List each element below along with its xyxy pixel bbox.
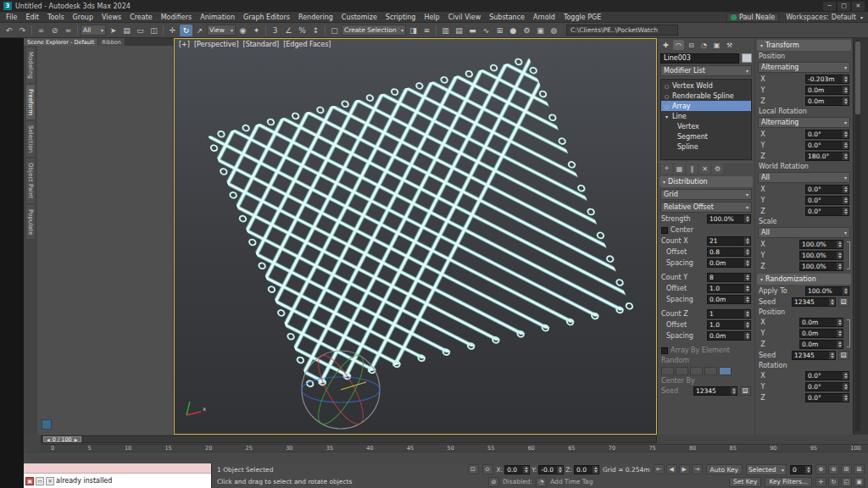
spinner-up-icon[interactable] <box>844 76 848 79</box>
spinner-up-icon[interactable] <box>732 388 736 391</box>
spinner-down-icon[interactable] <box>746 263 749 266</box>
spinner[interactable] <box>744 248 750 256</box>
count-x-count-x-field[interactable]: 21 <box>707 236 751 246</box>
spinner[interactable] <box>837 319 843 326</box>
menu-file[interactable]: File <box>2 12 21 22</box>
select-and-scale-icon[interactable]: ↗ <box>193 25 206 36</box>
auto-key-button[interactable]: Auto Key <box>706 464 743 474</box>
spinner[interactable] <box>843 186 849 193</box>
spinner[interactable] <box>744 215 750 223</box>
close-button[interactable]: ✕ <box>852 2 865 11</box>
spinner-down-icon[interactable] <box>844 376 848 379</box>
strength-field[interactable]: 100.0% <box>707 214 751 224</box>
spinner[interactable] <box>829 352 835 359</box>
randomization-rotation-y-field[interactable]: 0.0° <box>805 382 849 391</box>
dock-corner-icon[interactable] <box>42 419 52 430</box>
selection-set-dropdown[interactable]: Selected ▾ <box>746 464 787 475</box>
spinner-up-icon[interactable] <box>838 263 842 266</box>
next-frame-arrow-icon[interactable]: ▶ <box>75 437 78 442</box>
scale-x-field[interactable]: 100.0% <box>799 240 843 249</box>
redo-icon[interactable]: ↷ <box>16 25 29 36</box>
spinner-down-icon[interactable] <box>838 334 842 336</box>
stack-item-segment[interactable]: Segment <box>661 131 751 141</box>
random-option-button[interactable] <box>661 367 674 375</box>
time-tag-icon[interactable]: ◔ <box>536 477 547 487</box>
display-tab[interactable]: ▣ <box>711 40 722 50</box>
spinner[interactable] <box>523 466 529 474</box>
frame-tick[interactable]: 35 <box>326 445 333 452</box>
listener-output-pane[interactable]: ▣ ▭ ✕ already installed <box>24 474 211 488</box>
play-button[interactable]: ▶ <box>679 464 690 474</box>
world-rotation-mode-dropdown[interactable]: All▾ <box>758 172 850 183</box>
spinner[interactable] <box>744 274 750 281</box>
spinner-up-icon[interactable] <box>559 467 562 469</box>
toggle-scene-explorer-icon[interactable]: ▥ <box>439 25 452 36</box>
spinner-up-icon[interactable] <box>838 252 842 255</box>
select-and-link-icon[interactable]: ∞ <box>35 25 47 36</box>
configure-modifier-sets-icon[interactable]: ⚙ <box>712 164 723 174</box>
ribbon-tab-object-paint[interactable]: Object Paint <box>26 158 35 202</box>
spinner-up-icon[interactable] <box>838 330 842 333</box>
spinner-down-icon[interactable] <box>831 356 834 358</box>
select-by-name-icon[interactable]: ▤ <box>120 25 133 36</box>
render-icon[interactable]: ◍ <box>548 25 560 36</box>
scale-z-field[interactable]: 100.0% <box>799 262 843 271</box>
distribution-mode-dropdown[interactable]: Grid ▾ <box>660 189 752 200</box>
toggle-ribbon-icon[interactable]: ▬ <box>466 25 479 36</box>
random-option-button[interactable] <box>704 367 717 375</box>
viewport-general-menu[interactable]: [+] <box>179 41 190 48</box>
randomization-position-x-field[interactable]: 0.0m <box>799 318 843 327</box>
spinner-down-icon[interactable] <box>844 387 848 390</box>
spinner-up-icon[interactable] <box>838 241 842 244</box>
menu-substance[interactable]: Substance <box>485 12 529 22</box>
scene-explorer-tab[interactable]: Scene Explorer - Default <box>24 38 97 46</box>
spinner[interactable] <box>843 383 849 391</box>
spinner[interactable] <box>744 310 750 318</box>
spinner-up-icon[interactable] <box>831 299 834 302</box>
previous-frame-button[interactable]: ◀ <box>666 464 677 474</box>
randomization-position-y-field[interactable]: 0.0m <box>799 329 843 338</box>
spinner-up-icon[interactable] <box>746 238 749 241</box>
offset-mode-dropdown[interactable]: Relative Offset ▾ <box>660 202 752 213</box>
array-by-element-checkbox[interactable] <box>661 347 668 354</box>
randomization-rotation-x-field[interactable]: 0.0° <box>805 371 849 380</box>
spinner-up-icon[interactable] <box>746 260 749 263</box>
dice-icon[interactable]: ⚄ <box>838 297 849 307</box>
frame-tick[interactable]: 10 <box>125 445 131 452</box>
frame-tick[interactable]: 65 <box>568 445 575 452</box>
macro-recorder-pane[interactable] <box>24 463 211 474</box>
world-rotation-z-field[interactable]: 0.0° <box>805 207 849 216</box>
spinner-up-icon[interactable] <box>807 467 810 469</box>
spinner-up-icon[interactable] <box>844 98 848 101</box>
time-slider-track[interactable]: ◀ 0 / 100 ▶ <box>41 435 657 443</box>
go-to-end-button[interactable]: ⇥ <box>692 464 703 474</box>
project-folder-field[interactable]: C:\Clients\PE..\PocketWatch <box>566 25 678 36</box>
count-y-offset-field[interactable]: 1.0 <box>707 284 751 293</box>
motion-tab[interactable]: ◔ <box>698 40 709 50</box>
position-mode-dropdown[interactable]: Alternating▾ <box>758 62 850 73</box>
frame-tick[interactable]: 45 <box>407 445 414 452</box>
stack-item-renderable-spline[interactable]: ○Renderable Spline <box>661 91 751 101</box>
spinner[interactable] <box>731 387 737 395</box>
spinner-down-icon[interactable] <box>746 314 749 317</box>
menu-group[interactable]: Group <box>69 12 97 22</box>
user-account-button[interactable]: Paul Neale <box>726 13 779 22</box>
spinner[interactable] <box>843 75 849 83</box>
spinner-down-icon[interactable] <box>838 345 842 347</box>
spinner-down-icon[interactable] <box>844 212 848 214</box>
spinner[interactable] <box>837 341 843 348</box>
spinner-snap-icon[interactable]: ↕ <box>309 25 322 36</box>
orbit-icon[interactable]: ↻ <box>828 477 839 487</box>
previous-frame-arrow-icon[interactable]: ◀ <box>47 437 50 442</box>
randomization-rollout-header[interactable]: Randomization <box>757 274 851 285</box>
unlink-selection-icon[interactable]: ⊘ <box>48 25 61 36</box>
axis-link-icon[interactable] <box>847 241 850 269</box>
visibility-bulb-icon[interactable]: ○ <box>663 93 670 99</box>
spinner-up-icon[interactable] <box>844 373 848 375</box>
local-rotation-z-field[interactable]: 180.0° <box>805 152 849 161</box>
random-option-button[interactable] <box>690 367 703 375</box>
local-rotation-mode-dropdown[interactable]: Alternating▾ <box>758 117 850 128</box>
spinner-up-icon[interactable] <box>746 333 749 336</box>
rotate-gizmo[interactable] <box>302 350 380 430</box>
stack-item-line[interactable]: ▾Line <box>661 111 751 121</box>
